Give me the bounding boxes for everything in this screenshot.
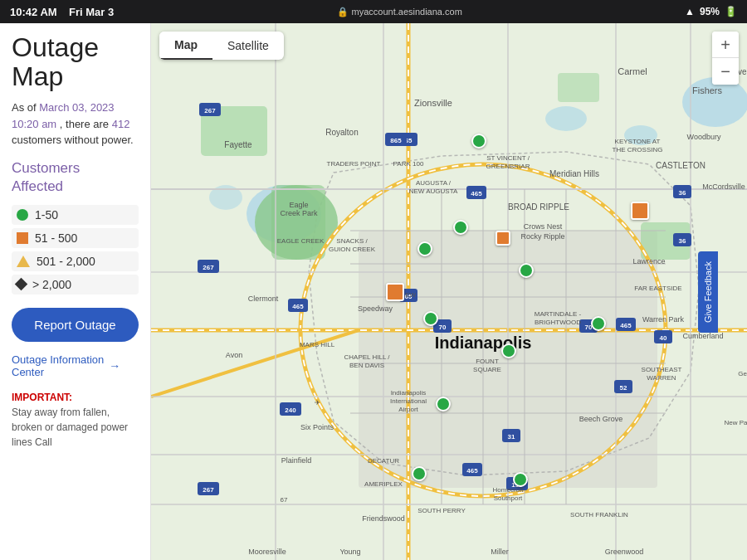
status-date: March 03, 2023 <box>39 101 114 114</box>
map-toggle[interactable]: Map Satellite <box>159 32 284 60</box>
outage-marker-green[interactable] <box>519 263 534 278</box>
svg-text:New Palestine: New Palestine <box>724 419 747 426</box>
svg-text:GREENBRIAR: GREENBRIAR <box>486 163 530 170</box>
outage-marker-orange-large[interactable] <box>386 283 404 301</box>
important-label: IMPORTANT: <box>12 392 72 403</box>
svg-text:267: 267 <box>203 264 214 271</box>
svg-text:McCordsville: McCordsville <box>702 183 745 191</box>
svg-text:Creek Park: Creek Park <box>280 209 318 217</box>
outage-marker-orange-large[interactable] <box>631 202 649 220</box>
svg-text:36: 36 <box>679 237 686 245</box>
svg-text:BROAD RIPPLE: BROAD RIPPLE <box>508 202 569 212</box>
svg-text:40: 40 <box>660 334 667 342</box>
important-notice: IMPORTANT: Stay away from fallen, broken… <box>12 390 139 450</box>
svg-text:465: 465 <box>292 303 304 310</box>
svg-point-1 <box>682 77 747 127</box>
outage-marker-green[interactable] <box>417 241 432 256</box>
svg-text:Crows Nest: Crows Nest <box>524 222 563 231</box>
svg-text:KEYSTONE AT: KEYSTONE AT <box>615 138 661 145</box>
svg-text:865: 865 <box>390 137 402 144</box>
svg-text:WARREN: WARREN <box>647 374 676 382</box>
outage-marker-green[interactable] <box>591 316 606 331</box>
svg-text:MARTINDALE -: MARTINDALE - <box>535 310 582 318</box>
svg-rect-12 <box>558 73 599 102</box>
svg-text:31: 31 <box>508 433 515 441</box>
svg-text:240: 240 <box>285 407 296 414</box>
svg-text:GUION CREEK: GUION CREEK <box>329 246 376 253</box>
svg-text:FAR EASTSIDE: FAR EASTSIDE <box>634 285 681 292</box>
customer-count: 412 <box>112 118 130 130</box>
svg-text:52: 52 <box>620 384 627 392</box>
status-time: 10:42 AM Fri Mar 3 <box>10 6 114 18</box>
important-body: Stay away from fallen, broken or damaged… <box>12 407 128 448</box>
svg-text:THE CROSSING: THE CROSSING <box>613 146 663 153</box>
feedback-tab[interactable]: Give Feedback <box>698 251 718 333</box>
zoom-out-button[interactable]: − <box>712 58 739 85</box>
svg-text:Royalton: Royalton <box>325 128 358 137</box>
svg-text:CHAPEL HILL /: CHAPEL HILL / <box>344 353 391 361</box>
outage-marker-green[interactable] <box>423 311 438 326</box>
svg-rect-9 <box>271 185 325 260</box>
svg-text:Fishers: Fishers <box>692 85 723 95</box>
svg-text:Woodbury: Woodbury <box>687 133 721 141</box>
satellite-tab-button[interactable]: Satellite <box>212 32 284 60</box>
zoom-in-button[interactable]: + <box>712 32 739 58</box>
map-container[interactable]: 65 65 465 465 465 465 70 70 40 31 <box>151 23 747 560</box>
outage-marker-green[interactable] <box>436 397 451 411</box>
svg-text:465: 465 <box>466 467 478 475</box>
map-tab-button[interactable]: Map <box>159 32 212 60</box>
svg-text:Zionsville: Zionsville <box>414 98 452 108</box>
svg-text:Mooresville: Mooresville <box>248 548 286 556</box>
svg-text:Airport: Airport <box>398 406 418 413</box>
svg-text:Six Points: Six Points <box>300 423 334 431</box>
outage-marker-orange[interactable] <box>496 231 510 246</box>
page-title: OutageMap <box>12 33 139 91</box>
svg-text:Avon: Avon <box>226 351 242 359</box>
battery-level: 95% <box>700 6 720 17</box>
svg-text:Warren Park: Warren Park <box>642 315 685 324</box>
svg-text:Cumberland: Cumberland <box>682 332 723 340</box>
svg-text:BEN DAVIS: BEN DAVIS <box>349 362 384 369</box>
svg-text:Young: Young <box>339 548 360 556</box>
svg-text:SOUTH FRANKLIN: SOUTH FRANKLIN <box>570 511 628 519</box>
legend-triangle-yellow <box>17 256 30 267</box>
outage-marker-green[interactable] <box>471 134 486 149</box>
svg-text:International: International <box>390 397 427 405</box>
outage-marker-green[interactable] <box>453 220 468 235</box>
outage-marker-green[interactable] <box>412 466 427 481</box>
map-zoom-controls[interactable]: + − <box>712 32 739 85</box>
svg-text:Indianapolis: Indianapolis <box>435 334 532 352</box>
svg-text:70: 70 <box>439 324 447 331</box>
map-background: 65 65 465 465 465 465 70 70 40 31 <box>151 23 747 560</box>
svg-text:NEW AUGUSTA: NEW AUGUSTA <box>409 187 458 195</box>
svg-text:FOUNT: FOUNT <box>476 358 499 365</box>
report-outage-button[interactable]: Report Outage <box>12 308 139 342</box>
customers-affected-subtitle: Affected <box>12 178 139 195</box>
customers-affected-title: Customers <box>12 160 139 177</box>
svg-text:465: 465 <box>471 190 482 197</box>
legend-item-1-50: 1-50 <box>12 205 139 225</box>
svg-text:EAGLE CREEK: EAGLE CREEK <box>277 237 325 245</box>
svg-text:Plainfield: Plainfield <box>281 456 312 465</box>
svg-text:Fayette: Fayette <box>224 140 252 149</box>
svg-text:36: 36 <box>679 189 686 197</box>
svg-text:Clermont: Clermont <box>248 295 279 303</box>
lock-icon: 🔒 <box>337 7 349 17</box>
outage-marker-green[interactable] <box>513 472 528 487</box>
svg-text:Lawrence: Lawrence <box>632 257 665 265</box>
svg-text:✈: ✈ <box>315 399 320 407</box>
svg-text:Indianapolis: Indianapolis <box>391 389 427 397</box>
svg-text:SQUARE: SQUARE <box>473 366 501 373</box>
legend-item-501-2000: 501 - 2,000 <box>12 251 139 271</box>
svg-text:ST VINCENT /: ST VINCENT / <box>486 154 530 162</box>
legend-item-2000plus: > 2,000 <box>12 275 139 295</box>
svg-text:Friendswood: Friendswood <box>362 514 405 523</box>
svg-text:Speedway: Speedway <box>358 304 393 313</box>
outage-info-link[interactable]: Outage InformationCenter → <box>12 353 139 378</box>
svg-point-2 <box>545 106 587 131</box>
status-text: As of March 03, 2023 10:20 am , there ar… <box>12 100 139 149</box>
wifi-icon: ▲ <box>685 6 695 17</box>
outage-info-text: Outage InformationCenter <box>12 353 104 378</box>
outage-marker-green[interactable] <box>501 343 516 358</box>
svg-text:267: 267 <box>203 486 214 494</box>
